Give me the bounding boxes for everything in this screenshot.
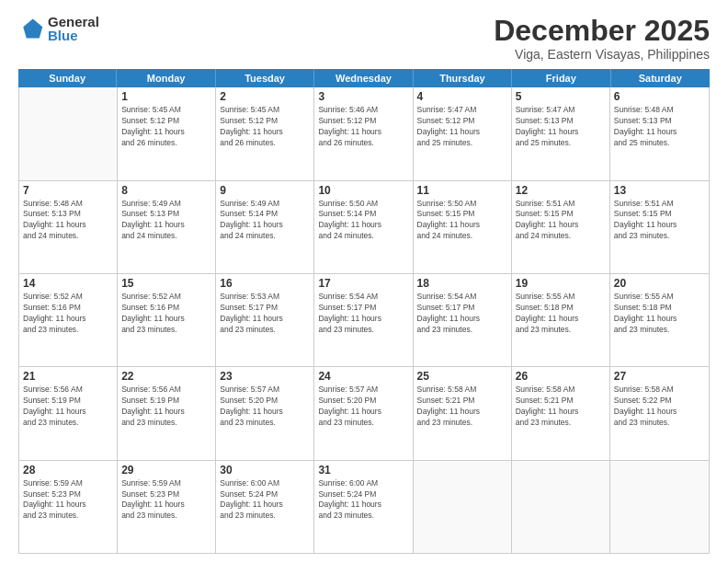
day-info: Sunrise: 5:58 AM Sunset: 5:21 PM Dayligh… (516, 385, 606, 429)
day-cell-9: 9Sunrise: 5:49 AM Sunset: 5:14 PM Daylig… (216, 181, 314, 273)
day-info: Sunrise: 5:46 AM Sunset: 5:12 PM Dayligh… (318, 105, 408, 149)
day-cell-11: 11Sunrise: 5:50 AM Sunset: 5:15 PM Dayli… (414, 181, 512, 273)
day-info: Sunrise: 5:45 AM Sunset: 5:12 PM Dayligh… (121, 105, 211, 149)
day-cell-19: 19Sunrise: 5:55 AM Sunset: 5:18 PM Dayli… (512, 274, 610, 366)
day-number: 25 (417, 370, 507, 383)
day-number: 5 (516, 90, 606, 103)
week-row-1: 1Sunrise: 5:45 AM Sunset: 5:12 PM Daylig… (19, 87, 709, 180)
day-number: 19 (516, 277, 606, 290)
day-number: 1 (121, 90, 211, 103)
day-info: Sunrise: 5:50 AM Sunset: 5:15 PM Dayligh… (417, 199, 507, 243)
day-number: 6 (614, 90, 705, 103)
empty-cell (19, 87, 118, 179)
day-number: 9 (220, 184, 310, 197)
day-info: Sunrise: 5:49 AM Sunset: 5:14 PM Dayligh… (220, 199, 310, 243)
week-row-5: 28Sunrise: 5:59 AM Sunset: 5:23 PM Dayli… (19, 461, 709, 553)
empty-cell (610, 461, 709, 553)
day-cell-21: 21Sunrise: 5:56 AM Sunset: 5:19 PM Dayli… (19, 367, 118, 459)
day-cell-1: 1Sunrise: 5:45 AM Sunset: 5:12 PM Daylig… (118, 87, 216, 179)
day-number: 15 (121, 277, 211, 290)
logo-general: General (48, 15, 99, 29)
svg-marker-0 (23, 19, 42, 39)
day-info: Sunrise: 5:59 AM Sunset: 5:23 PM Dayligh… (23, 478, 113, 523)
day-info: Sunrise: 5:56 AM Sunset: 5:19 PM Dayligh… (23, 385, 113, 429)
calendar-title: December 2025 (494, 15, 710, 47)
calendar: SundayMondayTuesdayWednesdayThursdayFrid… (18, 69, 710, 554)
day-info: Sunrise: 5:48 AM Sunset: 5:13 PM Dayligh… (23, 199, 113, 243)
header-day-tuesday: Tuesday (216, 69, 314, 87)
day-info: Sunrise: 5:55 AM Sunset: 5:18 PM Dayligh… (614, 292, 705, 336)
header-day-thursday: Thursday (414, 69, 512, 87)
day-cell-5: 5Sunrise: 5:47 AM Sunset: 5:13 PM Daylig… (512, 87, 610, 179)
day-number: 31 (318, 464, 408, 477)
day-number: 10 (318, 184, 408, 197)
day-cell-31: 31Sunrise: 6:00 AM Sunset: 5:24 PM Dayli… (314, 461, 413, 553)
day-cell-25: 25Sunrise: 5:58 AM Sunset: 5:21 PM Dayli… (414, 367, 512, 459)
header-day-saturday: Saturday (611, 69, 710, 87)
day-info: Sunrise: 5:51 AM Sunset: 5:15 PM Dayligh… (516, 199, 606, 243)
day-cell-7: 7Sunrise: 5:48 AM Sunset: 5:13 PM Daylig… (19, 181, 118, 273)
logo: General Blue (18, 15, 99, 42)
day-info: Sunrise: 5:58 AM Sunset: 5:21 PM Dayligh… (417, 385, 507, 429)
header-day-friday: Friday (512, 69, 610, 87)
week-row-3: 14Sunrise: 5:52 AM Sunset: 5:16 PM Dayli… (19, 274, 709, 367)
day-number: 28 (23, 464, 113, 477)
day-cell-10: 10Sunrise: 5:50 AM Sunset: 5:14 PM Dayli… (314, 181, 413, 273)
day-cell-29: 29Sunrise: 5:59 AM Sunset: 5:23 PM Dayli… (118, 461, 216, 553)
day-info: Sunrise: 5:54 AM Sunset: 5:17 PM Dayligh… (417, 292, 507, 336)
day-info: Sunrise: 5:49 AM Sunset: 5:13 PM Dayligh… (121, 199, 211, 243)
day-info: Sunrise: 5:47 AM Sunset: 5:12 PM Dayligh… (417, 105, 507, 149)
day-info: Sunrise: 5:48 AM Sunset: 5:13 PM Dayligh… (614, 105, 705, 149)
day-cell-16: 16Sunrise: 5:53 AM Sunset: 5:17 PM Dayli… (216, 274, 314, 366)
calendar-subtitle: Viga, Eastern Visayas, Philippines (494, 47, 710, 62)
day-number: 16 (220, 277, 310, 290)
day-info: Sunrise: 5:50 AM Sunset: 5:14 PM Dayligh… (318, 199, 408, 243)
day-cell-6: 6Sunrise: 5:48 AM Sunset: 5:13 PM Daylig… (610, 87, 709, 179)
day-number: 2 (220, 90, 310, 103)
header-day-wednesday: Wednesday (314, 69, 413, 87)
day-info: Sunrise: 5:57 AM Sunset: 5:20 PM Dayligh… (318, 385, 408, 429)
day-cell-13: 13Sunrise: 5:51 AM Sunset: 5:15 PM Dayli… (610, 181, 709, 273)
day-cell-23: 23Sunrise: 5:57 AM Sunset: 5:20 PM Dayli… (216, 367, 314, 459)
day-number: 3 (318, 90, 408, 103)
day-info: Sunrise: 5:53 AM Sunset: 5:17 PM Dayligh… (220, 292, 310, 336)
day-info: Sunrise: 5:58 AM Sunset: 5:22 PM Dayligh… (614, 385, 705, 429)
day-info: Sunrise: 5:52 AM Sunset: 5:16 PM Dayligh… (121, 292, 211, 336)
day-number: 29 (121, 464, 211, 477)
header-day-sunday: Sunday (18, 69, 117, 87)
day-number: 22 (121, 370, 211, 383)
title-block: December 2025 Viga, Eastern Visayas, Phi… (494, 15, 710, 62)
page: General Blue December 2025 Viga, Eastern… (0, 0, 728, 563)
day-number: 11 (417, 184, 507, 197)
day-info: Sunrise: 5:54 AM Sunset: 5:17 PM Dayligh… (318, 292, 408, 336)
day-cell-20: 20Sunrise: 5:55 AM Sunset: 5:18 PM Dayli… (610, 274, 709, 366)
logo-text: General Blue (48, 15, 99, 42)
day-number: 17 (318, 277, 408, 290)
day-number: 27 (614, 370, 705, 383)
day-cell-30: 30Sunrise: 6:00 AM Sunset: 5:24 PM Dayli… (216, 461, 314, 553)
day-info: Sunrise: 6:00 AM Sunset: 5:24 PM Dayligh… (318, 478, 408, 523)
day-number: 8 (121, 184, 211, 197)
day-number: 30 (220, 464, 310, 477)
day-cell-4: 4Sunrise: 5:47 AM Sunset: 5:12 PM Daylig… (414, 87, 512, 179)
day-number: 13 (614, 184, 705, 197)
day-cell-17: 17Sunrise: 5:54 AM Sunset: 5:17 PM Dayli… (314, 274, 413, 366)
day-number: 26 (516, 370, 606, 383)
empty-cell (414, 461, 512, 553)
day-number: 12 (516, 184, 606, 197)
day-cell-2: 2Sunrise: 5:45 AM Sunset: 5:12 PM Daylig… (216, 87, 314, 179)
day-info: Sunrise: 5:57 AM Sunset: 5:20 PM Dayligh… (220, 385, 310, 429)
day-cell-12: 12Sunrise: 5:51 AM Sunset: 5:15 PM Dayli… (512, 181, 610, 273)
header-day-monday: Monday (117, 69, 215, 87)
day-number: 14 (23, 277, 113, 290)
day-number: 21 (23, 370, 113, 383)
day-cell-27: 27Sunrise: 5:58 AM Sunset: 5:22 PM Dayli… (610, 367, 709, 459)
day-number: 7 (23, 184, 113, 197)
day-number: 4 (417, 90, 507, 103)
day-info: Sunrise: 5:51 AM Sunset: 5:15 PM Dayligh… (614, 199, 705, 243)
day-info: Sunrise: 5:45 AM Sunset: 5:12 PM Dayligh… (220, 105, 310, 149)
calendar-body: 1Sunrise: 5:45 AM Sunset: 5:12 PM Daylig… (18, 87, 710, 554)
day-info: Sunrise: 6:00 AM Sunset: 5:24 PM Dayligh… (220, 478, 310, 523)
logo-blue: Blue (48, 29, 99, 42)
day-number: 18 (417, 277, 507, 290)
